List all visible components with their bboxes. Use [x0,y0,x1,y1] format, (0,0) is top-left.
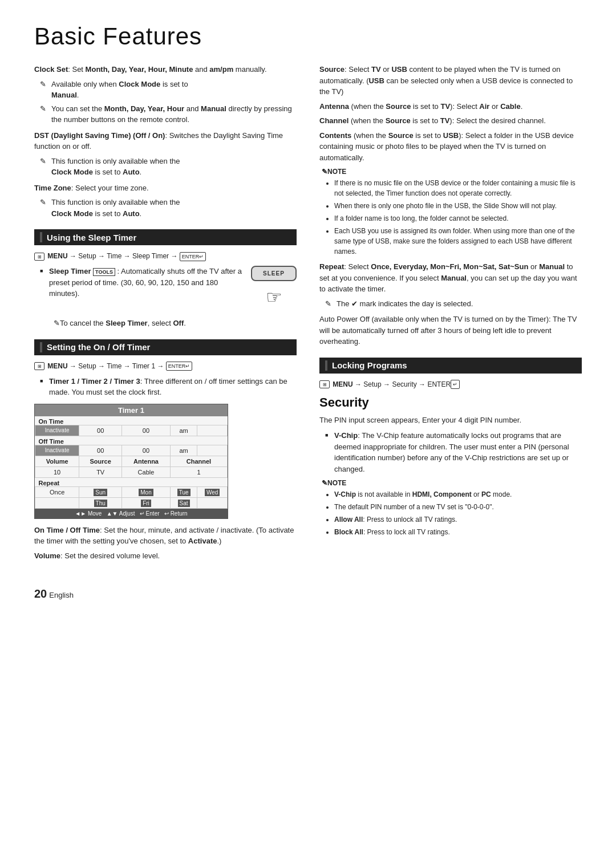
sleep-button-image: SLEEP ☞ [251,266,297,311]
section-sleep-label: Using the Sleep Timer [47,233,136,242]
note-icon-sleep-cancel [54,318,60,329]
contents-para: Contents (when the Source is set to USB)… [319,130,582,164]
day-fri: Fri [122,497,171,508]
note-icon-2 [40,103,50,115]
source-para: Source: Select TV or USB content to be p… [319,64,582,98]
note2-item-4: Block All: Press to lock all TV ratings. [334,527,582,537]
right-column: Source: Select TV or USB content to be p… [319,64,582,565]
section-on-off-label: Setting the On / Off Timer [47,342,150,352]
sleep-timer-item: SLEEP ☞ Sleep Timer TOOLS : Automaticall… [40,266,297,315]
off-time-label: Off Time [35,436,228,445]
dst-para: DST (Daylight Saving Time) (Off / On): S… [34,130,297,152]
vol-val: 10 [35,466,79,477]
note-icon-1 [40,79,50,90]
note-box-title: NOTE [322,168,582,176]
day-sun: Sun [79,486,122,497]
note-icon-check [325,298,335,310]
channel-header: Channel [170,456,227,466]
page-title: Basic Features [34,23,582,50]
timer-table: Timer 1 On Time Inactivate 00 00 am Off … [34,404,228,519]
note-box-vchip: NOTE V-Chip is not available in HDMI, Co… [322,479,582,537]
note-manual: You can set the Month, Day, Year, Hour a… [40,103,297,125]
menu-path-sleep: ⊞ MENU → Setup → Time → Sleep Timer → EN… [34,251,297,261]
day-wed: Wed [197,486,228,497]
on-empty [197,425,228,436]
timer-bullet-block: Timer 1 / Timer 2 / Timer 3: Three diffe… [40,376,297,398]
note2-item-3: Allow All: Press to unlock all TV rating… [334,514,582,525]
day-mon: Mon [122,486,171,497]
section-locking-programs: Locking Programs [319,358,582,374]
note-box2-list: V-Chip is not available in HDMI, Compone… [334,489,582,537]
note-item-1: If there is no music file on the USB dev… [334,178,582,198]
note2-item-2: The default PIN number of a new TV set i… [334,502,582,512]
enter-icon-timer: ENTER↵ [166,362,193,371]
off-hour: 00 [79,445,122,456]
sleep-cancel-note: To cancel the Sleep Timer, select Off. [54,318,297,329]
section-sleep-timer: Using the Sleep Timer [34,229,297,245]
day-sat: Sat [170,497,197,508]
note-tz: This function is only available when the… [40,197,297,219]
left-column: Clock Set: Set Month, Day, Year, Hour, M… [34,64,297,565]
note-box-usb: NOTE If there is no music file on the US… [322,168,582,257]
section-locking-label: Locking Programs [332,360,407,370]
inactivate-on: Inactivate [35,425,79,436]
note-item-4: Each USB you use is assigned its own fol… [334,226,582,257]
timer-table-inner: On Time Inactivate 00 00 am Off Time Ina… [35,416,228,509]
page-lang: English [49,591,74,599]
off-min: 00 [122,445,171,456]
repeat-once: Once [35,486,79,497]
note-item-2: When there is only one photo file in the… [334,201,582,211]
off-empty [197,445,228,456]
inactivate-off: Inactivate [35,445,79,456]
repeat-label: Repeat [35,477,228,486]
note-icon-3 [40,156,50,167]
day-extra [197,497,228,508]
section-on-off-timer: Setting the On / Off Timer [34,339,297,355]
note-check-mark: The ✔ mark indicates the day is selected… [325,298,582,310]
menu-icon-sleep: ⊞ [34,253,44,261]
off-ampm: am [170,445,197,456]
ch-val: 1 [170,466,227,477]
on-hour: 00 [79,425,122,436]
clock-set-para: Clock Set: Set Month, Day, Year, Hour, M… [34,64,297,75]
day-empty [35,497,79,508]
auto-power-para: Auto Power Off (available only when the … [319,314,582,347]
volume-para: Volume: Set the desired volume level. [34,550,297,562]
on-time-label: On Time [35,416,228,425]
note-item-3: If a folder name is too long, the folder… [334,213,582,224]
on-off-time-para: On Time / Off Time: Set the hour, minute… [34,525,297,547]
note-icon-4 [40,197,50,208]
section-security: Security [319,395,582,410]
note-box-list: If there is no music file on the USB dev… [334,178,582,257]
channel-para: Channel (when the Source is set to TV): … [319,115,582,127]
src-val: TV [79,466,122,477]
menu-path-locking: ⊞ MENU → Setup → Security → ENTER↵ [319,379,582,390]
page-number: 20 [34,587,47,601]
day-thu: Thu [79,497,122,508]
sleep-btn-label: SLEEP [251,266,297,281]
enter-icon-locking: ↵ [451,380,460,389]
vchip-item: V-Chip: The V-Chip feature automatically… [325,430,582,474]
note-dst: This function is only available when the… [40,156,297,178]
vchip-block: V-Chip: The V-Chip feature automatically… [325,430,582,474]
source-header: Source [79,456,122,466]
security-intro: The PIN input screen appears, Enter your… [319,415,582,426]
hand-icon: ☞ [251,283,297,311]
antenna-header: Antenna [122,456,171,466]
page-footer: 20 English [34,587,582,601]
antenna-para: Antenna (when the Source is set to TV): … [319,101,582,112]
sleep-timer-block: SLEEP ☞ Sleep Timer TOOLS : Automaticall… [40,266,297,329]
enter-icon-sleep: ENTER↵ [180,252,206,261]
on-min: 00 [122,425,171,436]
timer-bullet-item: Timer 1 / Timer 2 / Timer 3: Three diffe… [40,376,297,398]
menu-icon-locking: ⊞ [319,380,330,388]
menu-icon-timer: ⊞ [34,362,44,370]
ant-val: Cable [122,466,171,477]
note-clock-mode: Available only when Clock Mode is set to… [40,79,297,101]
repeat-para: Repeat: Select Once, Everyday, Mon~Fri, … [319,261,582,295]
note-box2-title: NOTE [322,479,582,487]
timer-table-title: Timer 1 [35,404,228,416]
timer-nav: ◄► Move ▲▼ Adjust ↵ Enter ↩ Return [35,509,228,518]
volume-label: Volume [35,456,79,466]
tz-para: Time Zone: Select your time zone. [34,182,297,194]
